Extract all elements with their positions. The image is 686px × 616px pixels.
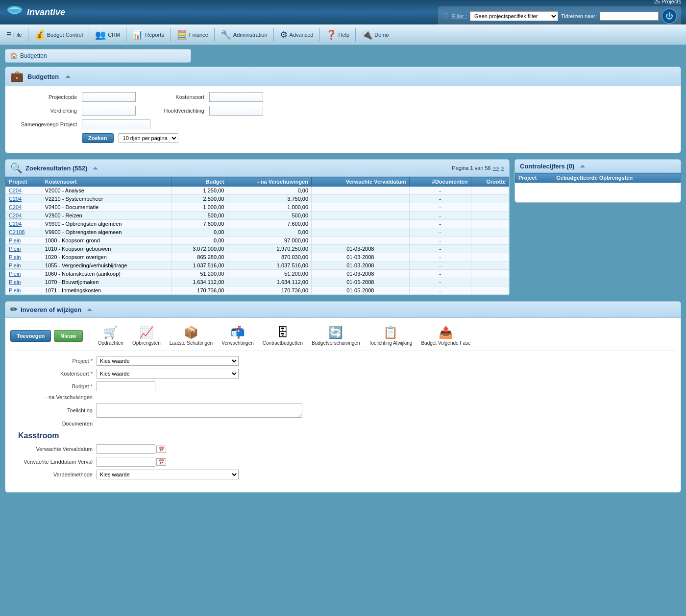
hoofdverdichting-input[interactable] xyxy=(209,106,263,116)
logo-text: invantive xyxy=(27,7,65,18)
verdeelmethode-form-label: Verdeelmethode xyxy=(18,472,97,477)
cell-project[interactable]: Plein xyxy=(6,278,42,286)
control-panel-collapse-icon[interactable]: ⏶ xyxy=(579,162,586,170)
budget-volgende-fase-icon: 📤 xyxy=(439,326,453,339)
cell-documenten: - xyxy=(409,212,471,220)
search-button[interactable]: Zoeken xyxy=(82,133,114,143)
samengevoegd-input[interactable] xyxy=(82,119,150,129)
col-na-verschuivingen: - na Verschuivingen xyxy=(227,177,312,187)
toelichting-textarea[interactable] xyxy=(97,403,302,418)
sidebar-item-budget-control[interactable]: 💰 Budget Control xyxy=(30,27,87,42)
table-row: Plein 1070 - Bouwrijpmaken 1.634.112,00 … xyxy=(6,278,509,286)
cell-vervaldatum: 01-03-2008 xyxy=(312,245,410,253)
einddatum-input[interactable] xyxy=(97,457,155,467)
sidebar-item-help[interactable]: ❓ Help xyxy=(322,27,354,42)
two-col-layout: 🔍 Zoekresultaten (552) ⏶ Pagina 1 van 56… xyxy=(5,159,681,295)
nav-label-finance: Finance xyxy=(189,32,208,38)
projects-count: 25 Projects xyxy=(654,0,681,4)
cell-project[interactable]: C204 xyxy=(6,220,42,228)
tidreizen-input[interactable] xyxy=(600,12,659,21)
cell-na-vers: 2.970.250,00 xyxy=(227,245,312,253)
entry-panel-collapse-icon[interactable]: ⏶ xyxy=(86,306,93,313)
vervaldatum-calendar-button[interactable]: 📅 xyxy=(156,446,166,453)
cell-kostensoort: 1060 - Notariskosten (aankoop) xyxy=(42,270,172,278)
projectcode-input[interactable] xyxy=(82,92,136,102)
toolbar-opdrachten[interactable]: 🛒 Opdrachten xyxy=(95,325,126,347)
svg-point-0 xyxy=(7,6,22,14)
project-select[interactable]: Kies waarde xyxy=(97,356,239,366)
cell-project[interactable]: C204 xyxy=(6,203,42,212)
sidebar-item-finance[interactable]: 🧮 Finance xyxy=(172,27,212,42)
budget-input[interactable] xyxy=(97,381,155,391)
sidebar-item-demo[interactable]: 🔌 Demo xyxy=(358,27,392,42)
cell-budget: 865.280,00 xyxy=(172,253,227,261)
results-table-body: C204 V2000 - Analyse 1.250,00 0,00 - C20… xyxy=(6,187,509,295)
cell-grootte xyxy=(471,187,509,195)
breadcrumb-home-icon: 🏠 xyxy=(10,52,18,59)
cell-na-vers: 500,00 xyxy=(227,212,312,220)
kostensoort-input[interactable] xyxy=(209,92,263,102)
kostensoort-select[interactable]: Kies waarde xyxy=(97,369,239,379)
cell-project[interactable]: Plein xyxy=(6,261,42,270)
toelichting-afwijking-label: Toelichting Afwijking xyxy=(368,340,412,346)
cell-project[interactable]: C204 xyxy=(6,195,42,203)
search-panel-icon: 💼 xyxy=(10,70,24,83)
sidebar-item-crm[interactable]: 👥 CRM xyxy=(91,27,124,42)
sidebar-item-advanced[interactable]: ⚙ Advanced xyxy=(276,27,318,42)
results-collapse-icon[interactable]: ⏶ xyxy=(92,164,99,172)
search-panel-collapse-icon[interactable]: ⏶ xyxy=(65,72,72,80)
cell-project[interactable]: Plein xyxy=(6,286,42,295)
sidebar-item-file[interactable]: ☰ File xyxy=(2,29,26,40)
cell-kostensoort: 1020 - Koopsom overigen xyxy=(42,253,172,261)
cell-project[interactable]: Plein xyxy=(6,253,42,261)
cell-project[interactable]: C204 xyxy=(6,187,42,195)
cell-documenten: - xyxy=(409,278,471,286)
cell-project[interactable]: Plein xyxy=(6,270,42,278)
toolbar-verwachtingen[interactable]: 📬 Verwachtingen xyxy=(219,325,257,347)
verdeelmethode-select[interactable]: Kies waarde xyxy=(97,470,239,479)
vervaldatum-input[interactable] xyxy=(97,444,155,454)
nav-label-help: Help xyxy=(339,32,350,38)
cell-project[interactable]: Plein xyxy=(6,237,42,245)
toevoegen-button[interactable]: Toevoegen xyxy=(10,330,51,342)
power-button[interactable]: ⏻ xyxy=(662,8,677,24)
col-budget: Budget xyxy=(172,177,227,187)
cell-project[interactable]: Plein xyxy=(6,245,42,253)
cell-vervaldatum: 01-05-2008 xyxy=(312,286,410,295)
vervaldatum-form-label: Verwachte Vervaldatum xyxy=(18,446,97,452)
results-title-area: 🔍 Zoekresultaten (552) ⏶ xyxy=(10,162,99,174)
table-row: C204 V9900 - Opbrengsten algemeen 7.600,… xyxy=(6,220,509,228)
toolbar-laatste-schattingen[interactable]: 📦 Laatste Schattingen xyxy=(167,325,216,347)
cell-kostensoort: 1071 - Inmetingskosten xyxy=(42,286,172,295)
pagination-next[interactable]: >> xyxy=(493,165,499,171)
einddatum-calendar-button[interactable]: 📅 xyxy=(156,458,166,466)
toolbar-separator xyxy=(89,329,89,343)
toolbar-budgetverschuivingen[interactable]: 🔄 Budgetverschuivingen xyxy=(309,325,363,347)
sidebar-item-administration[interactable]: 🔧 Administration xyxy=(217,27,271,42)
nieuw-button[interactable]: Nieuw xyxy=(54,330,82,342)
entry-row-documenten: Documenten xyxy=(18,421,668,426)
einddatum-form-label: Verwachte Einddatum Verval xyxy=(18,459,97,465)
search-panel-header: 💼 Budgetten ⏶ xyxy=(5,67,681,86)
toolbar-opbrengsten[interactable]: 📈 Opbrengsten xyxy=(129,325,164,347)
cell-na-vers: 97.000,00 xyxy=(227,237,312,245)
cell-grootte xyxy=(471,286,509,295)
toolbar-toelichting-afwijking[interactable]: 📋 Toelichting Afwijking xyxy=(366,325,415,347)
filter-area: ⛉ Filter : Geen projectspecifiek filter … xyxy=(438,6,681,26)
contractbudgetten-label: Contractbudgetten xyxy=(263,340,303,346)
cell-project[interactable]: C2108 xyxy=(6,228,42,237)
toolbar-contractbudgetten[interactable]: 🗄 Contractbudgetten xyxy=(260,325,306,347)
sidebar-item-reports[interactable]: 📊 Reports xyxy=(128,27,168,42)
filter-label[interactable]: Filter : xyxy=(452,13,467,19)
toolbar-budget-volgende-fase[interactable]: 📤 Budget Volgende Fase xyxy=(418,325,473,347)
filter-select[interactable]: Geen projectspecifiek filter xyxy=(470,11,558,21)
control-table: Project Gebudgetteerde Opbrengsten xyxy=(515,173,681,202)
rows-per-page-select[interactable]: 10 rijen per pagina xyxy=(119,133,178,143)
control-table-body xyxy=(515,183,681,203)
pagination-last[interactable]: > xyxy=(501,165,504,171)
verdichting-input[interactable] xyxy=(82,106,136,116)
col-documenten: #Documenten xyxy=(409,177,471,187)
cell-grootte xyxy=(471,203,509,212)
reports-icon: 📊 xyxy=(132,29,143,40)
cell-project[interactable]: C204 xyxy=(6,212,42,220)
